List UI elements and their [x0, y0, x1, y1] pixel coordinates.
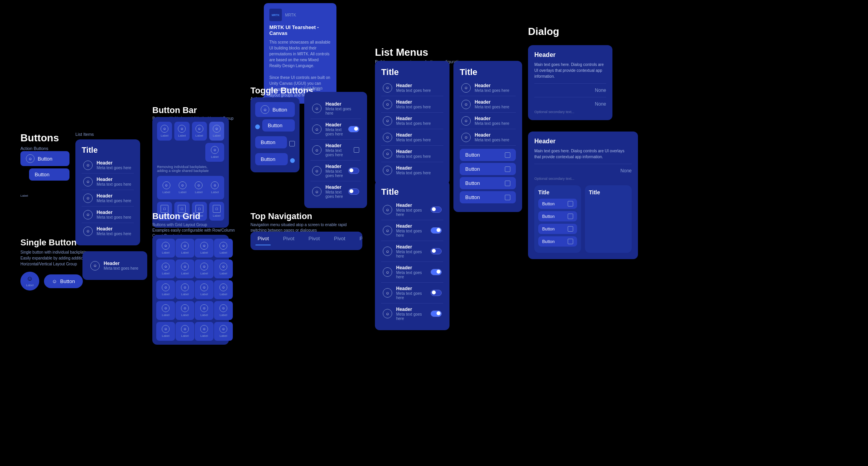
- shared-backplate: ☺ Label ☺ Label ☺ Label ☺ Label: [157, 176, 224, 199]
- toggle-btn-3[interactable]: Button: [255, 136, 287, 148]
- toggle-dot-1: [255, 124, 260, 129]
- shared-btn-4[interactable]: ☺ Label: [208, 178, 222, 197]
- lm3-btn-4[interactable]: Button: [460, 191, 516, 203]
- lm2-toggle-6[interactable]: [431, 311, 442, 317]
- bar-btn-2[interactable]: ☺ Label: [174, 122, 189, 141]
- grid-btn-15[interactable]: ☺Label: [195, 301, 214, 320]
- small-icon-btn-1[interactable]: ☺ Label: [20, 272, 39, 291]
- buttons-section-title: Buttons: [20, 132, 59, 144]
- toggle-switch-3[interactable]: [348, 188, 359, 195]
- grid-btn-9[interactable]: ☺Label: [156, 280, 175, 299]
- grid-btn-5[interactable]: ☺Label: [156, 259, 175, 278]
- lm2-toggle-2[interactable]: [431, 227, 442, 234]
- toggle-check-1: [289, 141, 295, 146]
- top-nav-card: Pivot Pivot Pivot Pivot Pivot Pivot: [250, 232, 362, 250]
- lm-item-2: ☺ HeaderMeta text goes here: [381, 96, 443, 113]
- grid-btn-2[interactable]: ☺Label: [175, 239, 194, 258]
- bar-btn-3[interactable]: ☺ Label: [192, 122, 207, 141]
- grid-btn-4[interactable]: ☺Label: [214, 239, 233, 258]
- lm2-toggle-5[interactable]: [431, 290, 442, 296]
- dialog-body-1: Main text goes here. Dialog controls are…: [534, 62, 606, 79]
- grid-btn-12[interactable]: ☺Label: [214, 280, 233, 299]
- grid-btn-7[interactable]: ☺Label: [195, 259, 214, 278]
- grid-btn-10[interactable]: ☺Label: [175, 280, 194, 299]
- toggle-btn-2[interactable]: Button: [262, 119, 295, 132]
- lm3-check-3[interactable]: [505, 181, 510, 186]
- dialog-header-2: Header: [534, 138, 632, 145]
- nav-pivot-1[interactable]: Pivot: [250, 232, 276, 245]
- list-item-icon-1: ☺: [83, 161, 93, 170]
- dialog-card-2: Header Main text goes here. Dialog contr…: [528, 132, 638, 259]
- info-card-title: MRTK UI Tearsheet - Canvas: [269, 24, 331, 36]
- grid-btn-13[interactable]: ☺Label: [156, 301, 175, 320]
- lm3-item-3: ☺ HeaderMeta text goes here: [460, 113, 516, 129]
- grid-btn-11[interactable]: ☺Label: [195, 280, 214, 299]
- grid-btn-1[interactable]: ☺Label: [156, 239, 175, 258]
- dialog-option-1a[interactable]: None: [534, 86, 606, 95]
- lm2-toggle-3[interactable]: [431, 248, 442, 254]
- toggle-switch-2[interactable]: [348, 168, 359, 174]
- shared-btn-2[interactable]: ☺ Label: [175, 178, 189, 197]
- lm2-toggle-1[interactable]: [431, 207, 442, 213]
- lm-item-5: ☺ HeaderMeta text goes here: [381, 146, 443, 162]
- nav-pivot-4[interactable]: Pivot: [327, 232, 353, 245]
- toggle-switch-1[interactable]: [348, 126, 359, 132]
- list-menus-card-1: Title ☺ HeaderMeta text goes here ☺ Head…: [375, 61, 450, 185]
- dialog-option-1b[interactable]: None: [534, 100, 606, 108]
- list-item-icon-4: ☺: [83, 210, 93, 219]
- lm-item-4: ☺ HeaderMeta text goes here: [381, 129, 443, 146]
- single-btn-icon: ☺: [52, 278, 57, 284]
- lm3-check-4[interactable]: [505, 195, 510, 200]
- dialog-sub-btn-3[interactable]: Button: [538, 224, 577, 234]
- button-icon-1: ☺: [26, 154, 35, 163]
- lm3-check-2[interactable]: [505, 166, 510, 172]
- lm3-btn-1[interactable]: Button: [460, 149, 516, 161]
- toggle-list-item-2: ☺ HeaderMeta text goes here: [311, 119, 361, 140]
- grid-btn-6[interactable]: ☺Label: [175, 259, 194, 278]
- single-btn-list-card: ☺ Header Meta text goes here: [82, 251, 147, 280]
- list-items-label-1: List Items: [75, 132, 94, 137]
- bar-btn-1[interactable]: ☺ Label: [157, 122, 172, 141]
- label-icon-1: ☺: [20, 172, 27, 179]
- lm-item-1: ☺ HeaderMeta text goes here: [381, 80, 443, 96]
- dialog-option-2a[interactable]: None: [534, 166, 632, 175]
- single-button-title: Single Button: [20, 238, 113, 248]
- lm3-check-1[interactable]: [505, 152, 510, 158]
- toggle-btn-1[interactable]: ☺ Button: [255, 102, 295, 117]
- dialog-sub-btn-1[interactable]: Button: [538, 199, 577, 209]
- grid-btn-8[interactable]: ☺Label: [214, 259, 233, 278]
- grid-btn-14[interactable]: ☺Label: [175, 301, 194, 320]
- lm2-toggle-4[interactable]: [431, 269, 442, 275]
- toggle-list-item-1: ☺ HeaderMeta text goes here: [311, 98, 361, 119]
- button-1[interactable]: ☺ Button: [20, 151, 69, 166]
- nav-pivot-3[interactable]: Pivot: [302, 232, 327, 245]
- grid-btn-18[interactable]: ☺Label: [175, 322, 194, 341]
- dialog-header-1: Header: [534, 51, 606, 58]
- lm3-btn-3[interactable]: Button: [460, 177, 516, 189]
- grid-btn-16[interactable]: ☺Label: [214, 301, 233, 320]
- button-grid-title: Button Grid: [152, 211, 235, 221]
- lm3-item-2: ☺ HeaderMeta text goes here: [460, 96, 516, 113]
- shared-btn-1[interactable]: ☺ Label: [159, 178, 173, 197]
- shared-btn-3[interactable]: ☺ Label: [192, 178, 206, 197]
- toggle-checkbox-1[interactable]: [354, 147, 359, 153]
- dialog-body-2: Main text goes here. Dialog controls are…: [534, 148, 632, 160]
- button-2[interactable]: Button: [29, 168, 69, 181]
- grid-btn-17[interactable]: ☺Label: [156, 322, 175, 341]
- nav-pivot-5[interactable]: Pivot: [353, 232, 362, 245]
- bar-btn-5[interactable]: ☺ Label: [205, 143, 224, 162]
- nav-pivot-2[interactable]: Pivot: [276, 232, 302, 245]
- dialog-sub-card-1: Title Button Button Button Button: [534, 185, 581, 253]
- dialog-card-1: Header Main text goes here. Dialog contr…: [528, 45, 612, 120]
- lm3-btn-2[interactable]: Button: [460, 163, 516, 175]
- dialog-sub-btn-2[interactable]: Button: [538, 211, 577, 221]
- grid-btn-19[interactable]: ☺Label: [195, 322, 214, 341]
- toggle-btn-4[interactable]: Button: [255, 153, 288, 165]
- grid-btn-20[interactable]: ☺Label: [214, 322, 233, 341]
- grid-btn-3[interactable]: ☺Label: [195, 239, 214, 258]
- bar-btn-4[interactable]: ☺ Label: [209, 122, 224, 141]
- single-button-btn[interactable]: ☺ Button: [44, 274, 83, 288]
- dialog-opt-text-1: Optional secondary text...: [534, 110, 606, 114]
- dialog-sub-btn-4[interactable]: Button: [538, 236, 577, 247]
- toggle-buttons-title: Toggle Buttons: [250, 86, 313, 96]
